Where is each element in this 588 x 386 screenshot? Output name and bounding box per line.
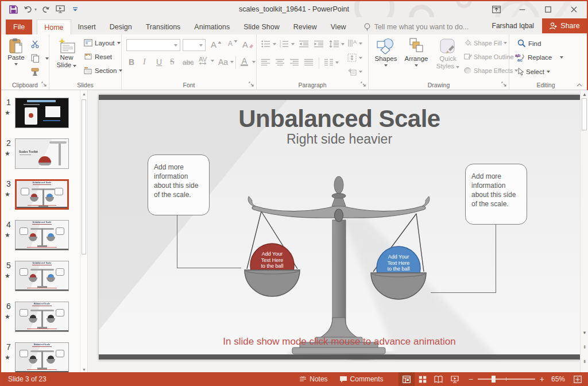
numbering-button[interactable]: 123 <box>280 40 295 48</box>
character-spacing-button[interactable]: AV <box>199 56 214 65</box>
align-center-button[interactable] <box>276 59 284 66</box>
tell-me-box[interactable]: Tell me what you want to do... <box>363 20 469 34</box>
clipboard-dialog-launcher[interactable] <box>41 82 47 87</box>
slide-title[interactable]: Unbalanced Scale <box>99 105 580 133</box>
select-button[interactable]: Select <box>516 68 550 76</box>
replace-button[interactable]: abacReplace <box>515 53 563 62</box>
tab-animations[interactable]: Animations <box>187 20 237 34</box>
change-case-button[interactable]: Aa <box>218 57 234 67</box>
panel-scrollbar[interactable]: ▲ ▼ <box>80 90 87 373</box>
line-spacing-button[interactable] <box>329 40 345 48</box>
shrink-font-button[interactable]: A <box>228 40 238 48</box>
font-color-button[interactable]: A <box>241 57 256 66</box>
shapes-button[interactable]: Shapes <box>372 38 400 67</box>
notes-button[interactable]: Notes <box>293 372 333 386</box>
columns-button[interactable] <box>324 59 339 66</box>
new-slide-button[interactable]: New Slide <box>54 38 79 69</box>
quick-styles-button[interactable]: Quick Styles <box>433 38 463 70</box>
normal-view-button[interactable] <box>399 372 415 386</box>
tab-review[interactable]: Review <box>287 20 324 34</box>
align-right-button[interactable] <box>290 59 299 66</box>
paste-button[interactable]: Paste <box>5 38 28 65</box>
tab-home[interactable]: Home <box>37 20 71 34</box>
powerpoint-window: ▾ scales_toolkit_19641 - PowerPoint File… <box>0 0 588 386</box>
shape-fill-button[interactable]: Shape Fill <box>464 39 507 47</box>
zoom-out-button[interactable]: − <box>469 375 473 384</box>
previous-slide-button[interactable]: ⇞ <box>581 345 588 350</box>
slide-scrollbar[interactable]: ▲ ▼ ⇞ ⇟ <box>580 90 588 373</box>
zoom-level[interactable]: 65% <box>544 375 565 383</box>
convert-smartart-button[interactable] <box>347 68 362 76</box>
right-ball-label[interactable]: Add Your Text Here to the ball <box>377 254 420 272</box>
justify-button[interactable] <box>304 59 313 66</box>
clear-formatting-button[interactable]: A <box>242 40 254 49</box>
zoom-in-button[interactable]: + <box>540 375 544 384</box>
section-button[interactable]: Section <box>84 67 122 74</box>
scroll-up-icon[interactable]: ▲ <box>581 92 588 97</box>
tab-file[interactable]: File <box>6 20 32 34</box>
tab-slide-show[interactable]: Slide Show <box>237 20 287 34</box>
scroll-down-icon[interactable]: ▼ <box>581 330 588 335</box>
left-ball-label[interactable]: Add Your Text Here to the ball <box>250 251 294 269</box>
panel-scroll-down-icon[interactable]: ▼ <box>80 368 88 372</box>
layout-button[interactable]: Layout <box>84 39 121 47</box>
decrease-indent-button[interactable] <box>299 40 308 48</box>
font-dialog-launcher[interactable] <box>249 82 254 87</box>
user-name[interactable]: Farshad Iqbal <box>492 22 534 30</box>
panel-scrollbar-thumb[interactable] <box>82 99 86 254</box>
align-text-button[interactable] <box>347 53 362 62</box>
zoom-slider[interactable] <box>478 379 535 380</box>
slide-footer-text[interactable]: In slide show mode click mouse to advanc… <box>99 336 580 348</box>
reading-view-button[interactable] <box>431 372 447 386</box>
slideshow-view-button[interactable] <box>447 372 463 386</box>
copy-button[interactable] <box>31 54 49 63</box>
comments-button[interactable]: Comments <box>334 372 389 386</box>
text-direction-button[interactable]: A <box>347 39 362 48</box>
scrollbar-thumb[interactable] <box>582 98 587 130</box>
zoom-slider-thumb[interactable] <box>492 376 496 383</box>
tab-design[interactable]: Design <box>103 20 139 34</box>
slide-subtitle[interactable]: Right side heavier <box>99 132 580 147</box>
grow-font-button[interactable]: A <box>211 40 222 49</box>
arrange-button[interactable]: Arrange <box>401 38 431 67</box>
cut-button[interactable] <box>31 40 40 48</box>
left-callout-connector-v <box>177 215 177 268</box>
clipboard-group: Paste Clipboard <box>1 34 49 90</box>
collapse-ribbon-button[interactable] <box>577 83 582 87</box>
fit-slide-button[interactable] <box>570 372 586 386</box>
bold-button[interactable]: B <box>129 57 134 67</box>
align-left-button[interactable] <box>261 59 270 66</box>
close-button[interactable] <box>561 1 587 17</box>
drawing-dialog-launcher[interactable] <box>501 82 507 87</box>
right-callout[interactable]: Add more information about this side of … <box>465 164 527 225</box>
increase-indent-button[interactable] <box>314 40 323 48</box>
left-callout[interactable]: Add more information about this side of … <box>148 155 210 215</box>
minimize-button[interactable] <box>509 1 535 17</box>
paragraph-dialog-launcher[interactable] <box>361 82 366 87</box>
tab-insert[interactable]: Insert <box>71 20 103 34</box>
text-shadow-button[interactable]: abc <box>183 59 194 67</box>
italic-button[interactable]: I <box>143 57 146 67</box>
slide-editor[interactable]: Unbalanced Scale Right side heavier Add … <box>99 95 580 360</box>
underline-button[interactable]: U <box>156 57 162 67</box>
shape-fill-icon <box>464 39 472 47</box>
bullets-button[interactable] <box>261 40 276 48</box>
format-painter-button[interactable] <box>31 68 40 76</box>
font-size-combobox[interactable] <box>183 39 206 51</box>
next-slide-button[interactable]: ⇟ <box>581 359 588 364</box>
ribbon-display-options-button[interactable] <box>483 1 509 17</box>
share-button[interactable]: Share <box>542 18 587 33</box>
editing-group: Find abacReplace Select Editing <box>509 34 582 90</box>
maximize-button[interactable] <box>535 1 561 17</box>
shape-effects-icon <box>464 67 472 74</box>
reset-button[interactable]: Reset <box>84 53 112 60</box>
slide-indicator[interactable]: Slide 3 of 23 <box>8 375 47 383</box>
font-name-combobox[interactable] <box>126 39 180 51</box>
strikethrough-button[interactable]: S <box>170 57 175 67</box>
slide-sorter-view-button[interactable] <box>415 372 431 386</box>
find-button[interactable]: Find <box>517 39 541 48</box>
panel-scroll-up-icon[interactable]: ▲ <box>80 92 88 96</box>
increase-indent-icon <box>314 40 323 48</box>
tab-view[interactable]: View <box>324 20 353 34</box>
tab-transitions[interactable]: Transitions <box>139 20 188 34</box>
